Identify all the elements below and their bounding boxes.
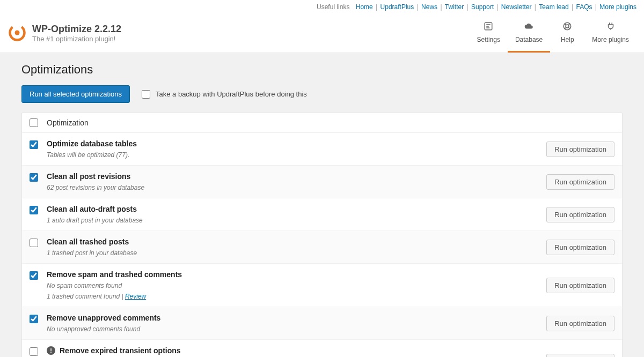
run-optimization-button[interactable]: Run optimization [546, 207, 614, 222]
useful-links-label: Useful links [317, 3, 349, 11]
optimization-title: Optimize database tables [47, 139, 538, 148]
optimization-row: Remove unapproved commentsNo unapproved … [22, 307, 622, 340]
useful-link-support[interactable]: Support [471, 3, 494, 11]
useful-link-updraftplus[interactable]: UpdraftPlus [380, 3, 414, 11]
optimization-checkbox[interactable] [30, 271, 38, 280]
optimization-row: Remove spam and trashed commentsNo spam … [22, 264, 622, 307]
brand: WP-Optimize 2.2.12 The #1 optimization p… [8, 23, 470, 44]
wp-optimize-logo-icon [8, 23, 27, 44]
optimization-title: Remove spam and trashed comments [47, 270, 538, 279]
optimization-row: Optimize database tablesTables will be o… [22, 133, 622, 166]
optimization-row: Clean all auto-draft posts1 auto draft p… [22, 198, 622, 231]
useful-link-more-plugins[interactable]: More plugins [599, 3, 636, 11]
optimization-checkbox[interactable] [30, 315, 38, 323]
optimization-checkbox[interactable] [30, 206, 38, 214]
run-all-button[interactable]: Run all selected optimizations [21, 85, 130, 103]
run-optimization-button[interactable]: Run optimization [546, 240, 614, 255]
optimization-checkbox[interactable] [30, 140, 38, 149]
optimization-title: Remove unapproved comments [47, 314, 538, 322]
optimization-description: No unapproved comments found [47, 325, 538, 333]
optimization-row: Clean all trashed posts1 trashed post in… [22, 231, 622, 264]
cloud-icon [524, 21, 534, 34]
useful-link-team-lead[interactable]: Team lead [539, 3, 568, 11]
optimization-checkbox[interactable] [30, 239, 38, 247]
useful-link-twitter[interactable]: Twitter [445, 3, 464, 11]
run-optimization-button[interactable]: Run optimization [546, 278, 614, 293]
useful-link-faqs[interactable]: FAQs [576, 3, 592, 11]
lifebuoy-icon [562, 21, 572, 34]
useful-links-bar: Useful links Home | UpdraftPlus | News |… [0, 0, 644, 14]
optimization-description: 1 trashed post in your database [47, 249, 538, 257]
tab-help[interactable]: Help [550, 14, 584, 53]
tab-label: More plugins [592, 36, 629, 43]
optimizations-panel: Optimization Optimize database tablesTab… [21, 113, 623, 357]
backup-checkbox-row[interactable]: Take a backup with UpdraftPlus before do… [142, 90, 307, 99]
optimization-description: Tables will be optimized (77). [47, 151, 538, 159]
optimization-title: !Remove expired transient options [47, 346, 538, 355]
run-optimization-button[interactable]: Run optimization [546, 354, 614, 358]
optimization-checkbox[interactable] [30, 173, 38, 182]
run-optimization-button[interactable]: Run optimization [546, 174, 614, 190]
useful-link-newsletter[interactable]: Newsletter [501, 3, 532, 11]
tab-label: Database [515, 36, 543, 43]
app-title: WP-Optimize 2.2.12 [32, 24, 121, 35]
tab-settings[interactable]: Settings [470, 14, 508, 53]
review-link[interactable]: Review [125, 293, 146, 300]
useful-link-news[interactable]: News [421, 3, 437, 11]
tab-label: Settings [477, 36, 500, 43]
optimization-description: No spam comments found [47, 282, 538, 289]
backup-checkbox[interactable] [142, 90, 150, 99]
optimization-title: Clean all trashed posts [47, 237, 538, 246]
backup-label: Take a backup with UpdraftPlus before do… [156, 90, 307, 98]
sliders-icon [484, 21, 493, 34]
useful-link-home[interactable]: Home [356, 3, 373, 11]
select-all-checkbox[interactable] [30, 118, 38, 127]
page-title: Optimizations [21, 63, 623, 77]
optimization-title: Clean all auto-draft posts [47, 205, 538, 213]
optimization-checkbox[interactable] [30, 347, 38, 356]
optimization-description: 1 auto draft post in your database [47, 217, 538, 224]
svg-point-4 [566, 25, 569, 28]
column-header-optimization: Optimization [47, 118, 89, 127]
optimization-description-2: 1 trashed comment found | Review [47, 293, 538, 300]
optimization-row: Clean all post revisions62 post revision… [22, 166, 622, 198]
warning-icon: ! [47, 346, 55, 355]
run-optimization-button[interactable]: Run optimization [546, 142, 614, 157]
tab-database[interactable]: Database [508, 14, 550, 53]
run-optimization-button[interactable]: Run optimization [546, 316, 614, 331]
tab-more-plugins[interactable]: More plugins [584, 14, 636, 53]
optimization-description: 62 post revisions in your database [47, 184, 538, 191]
optimization-title: Clean all post revisions [47, 172, 538, 181]
tab-label: Help [561, 36, 574, 43]
svg-point-1 [15, 30, 20, 35]
optimization-row: !Remove expired transient options12 of 3… [22, 340, 622, 357]
app-tagline: The #1 optimization plugin! [32, 35, 121, 43]
plug-icon [606, 21, 616, 34]
